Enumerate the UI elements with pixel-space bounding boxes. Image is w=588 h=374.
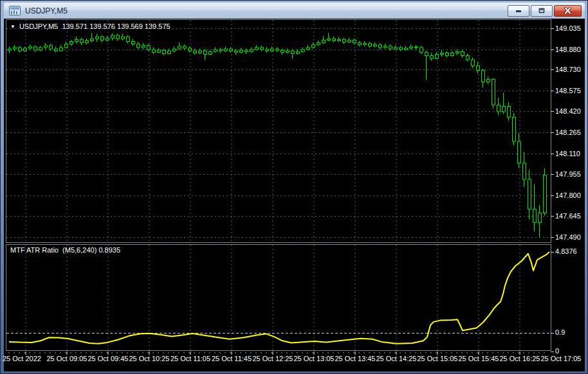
axis-label: 147.800 bbox=[555, 191, 581, 199]
axis-tick bbox=[551, 333, 554, 334]
restore-button[interactable] bbox=[531, 5, 553, 17]
axis-label: 147.490 bbox=[555, 233, 581, 241]
low-value: 139.569 bbox=[117, 22, 143, 30]
symbol-dropdown-icon[interactable]: ▼ bbox=[10, 24, 15, 30]
axis-tick bbox=[551, 28, 554, 29]
indicator-value: 0.8935 bbox=[98, 246, 120, 254]
axis-label: 148.880 bbox=[555, 46, 581, 53]
axis-label: 4.8376 bbox=[555, 247, 577, 255]
axis-tick bbox=[551, 91, 554, 91]
axis-label: 0.9 bbox=[555, 328, 565, 336]
axis-label: 148.265 bbox=[555, 129, 581, 136]
open-value: 139.571 bbox=[62, 22, 87, 30]
main-chart-pane[interactable] bbox=[6, 19, 551, 243]
axis-label: 149.035 bbox=[555, 24, 581, 32]
symbol-label: USDJPY,M5 bbox=[19, 22, 58, 30]
axis-tick bbox=[551, 174, 554, 175]
axis-label: 148.110 bbox=[555, 150, 580, 157]
restore-icon bbox=[538, 7, 546, 14]
minimize-button[interactable] bbox=[508, 5, 529, 17]
axis-tick bbox=[551, 237, 554, 238]
axis-label: 25 Oct 2022 bbox=[3, 355, 41, 362]
axis-tick bbox=[551, 195, 554, 196]
axis-tick bbox=[551, 49, 554, 50]
indicator-label: MTF ATR Ratio (M5,6,240) 0.8935 bbox=[10, 246, 120, 254]
ohlc-quote-label: ▼USDJPY,M5 139.571 139.576 139.569 139.5… bbox=[10, 22, 170, 30]
high-value: 139.576 bbox=[89, 22, 115, 30]
window-controls bbox=[508, 5, 582, 17]
axis-label: 148.575 bbox=[555, 87, 581, 94]
axis-tick bbox=[551, 111, 554, 112]
axis-tick bbox=[551, 69, 554, 70]
chart-window-icon[interactable] bbox=[9, 6, 21, 15]
time-axis[interactable]: 25 Oct 202225 Oct 09:0525 Oct 09:4525 Oc… bbox=[1, 352, 588, 366]
indicator-name: MTF ATR Ratio bbox=[10, 246, 59, 254]
close-icon bbox=[564, 7, 572, 14]
axis-tick bbox=[551, 154, 554, 154]
axis-tick bbox=[551, 132, 554, 133]
window-titlebar[interactable]: USDJPY,M5 bbox=[4, 3, 585, 19]
axis-label: 148.420 bbox=[555, 107, 581, 115]
close-value: 139.575 bbox=[145, 22, 170, 30]
axis-tick bbox=[551, 252, 554, 253]
indicator-pane[interactable] bbox=[6, 244, 551, 351]
minimize-icon bbox=[515, 8, 522, 14]
axis-label: 25 Oct 17:05 bbox=[535, 355, 587, 362]
axis-label: 148.730 bbox=[555, 66, 581, 73]
indicator-params: (M5,6,240) bbox=[62, 246, 96, 254]
window-title: USDJPY,M5 bbox=[25, 6, 68, 15]
price-axis[interactable]: 149.035148.880148.730148.575148.420148.2… bbox=[550, 19, 587, 351]
chart-window: USDJPY,M5 ▼USDJPY,M5 139.571 13 bbox=[0, 0, 588, 374]
axis-label: 147.645 bbox=[555, 212, 581, 220]
axis-label: 147.955 bbox=[555, 170, 581, 178]
axis-tick bbox=[551, 216, 554, 217]
close-button[interactable] bbox=[554, 5, 582, 17]
